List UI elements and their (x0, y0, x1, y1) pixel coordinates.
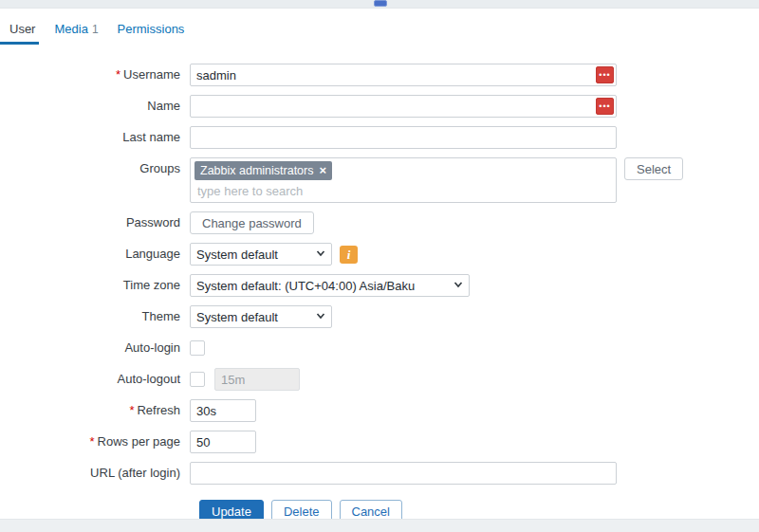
row-groups: Groups Zabbix administrators × type here… (0, 157, 759, 203)
chip-remove-icon[interactable]: × (320, 163, 327, 178)
row-username: *Username ••• (0, 64, 759, 86)
tab-media[interactable]: Media1 (45, 14, 107, 45)
username-input[interactable] (190, 64, 617, 86)
timezone-select[interactable]: System default: (UTC+04:00) Asia/Baku (190, 274, 470, 297)
language-select-wrap: System default (190, 243, 332, 266)
window-top-strip (0, 0, 759, 9)
group-chip-label: Zabbix administrators (200, 163, 314, 178)
row-name: Name ••• (0, 95, 759, 118)
theme-select[interactable]: System default (190, 305, 332, 328)
password-manager-icon[interactable]: ••• (596, 98, 614, 115)
password-label: Password (0, 211, 190, 234)
required-marker: * (129, 403, 134, 417)
row-language: Language System default i (0, 243, 759, 266)
row-url: URL (after login) (0, 462, 759, 485)
row-password: Password Change password (0, 211, 759, 234)
last-name-label: Last name (0, 126, 190, 149)
groups-search-placeholder[interactable]: type here to search (194, 180, 612, 199)
rows-per-page-input[interactable] (190, 431, 256, 453)
auto-logout-period-input (214, 368, 300, 391)
row-timezone: Time zone System default: (UTC+04:00) As… (0, 274, 759, 297)
group-chip: Zabbix administrators × (194, 161, 332, 180)
row-theme: Theme System default (0, 305, 759, 328)
row-rows-per-page: *Rows per page (0, 431, 759, 453)
url-input[interactable] (190, 462, 617, 485)
language-label: Language (0, 243, 190, 266)
tab-user-label: User (9, 22, 35, 36)
refresh-input[interactable] (190, 399, 256, 422)
tab-user[interactable]: User (0, 14, 45, 45)
language-select[interactable]: System default (190, 243, 332, 266)
password-manager-icon[interactable]: ••• (596, 66, 614, 83)
groups-label: Groups (0, 157, 190, 180)
change-password-button[interactable]: Change password (190, 211, 314, 234)
required-marker: * (116, 67, 120, 82)
tab-media-label: Media (54, 22, 87, 36)
auto-login-label: Auto-login (0, 337, 190, 359)
required-marker: * (89, 434, 94, 449)
timezone-select-wrap: System default: (UTC+04:00) Asia/Baku (190, 274, 470, 297)
tab-permissions[interactable]: Permissions (108, 14, 194, 45)
name-input[interactable] (190, 95, 617, 118)
tab-media-count: 1 (92, 23, 99, 36)
refresh-label: Refresh (137, 403, 180, 417)
info-icon[interactable]: i (340, 246, 358, 264)
user-form: *Username ••• Name ••• Last name Groups (0, 64, 759, 523)
auto-logout-checkbox[interactable] (190, 372, 205, 387)
groups-select-button[interactable]: Select (624, 157, 683, 180)
url-label: URL (after login) (0, 462, 190, 485)
username-label: Username (123, 67, 180, 82)
row-auto-logout: Auto-logout (0, 368, 759, 391)
rows-per-page-label: Rows per page (98, 434, 180, 449)
row-refresh: *Refresh (0, 399, 759, 422)
theme-select-wrap: System default (190, 305, 332, 328)
timezone-label: Time zone (0, 274, 190, 297)
auto-login-checkbox[interactable] (190, 340, 205, 356)
name-label: Name (0, 95, 190, 118)
last-name-input[interactable] (190, 126, 617, 149)
theme-label: Theme (0, 305, 190, 328)
groups-multiselect[interactable]: Zabbix administrators × type here to sea… (190, 157, 617, 203)
window-control-fragment (374, 0, 387, 7)
bottom-strip (0, 519, 759, 532)
tab-permissions-label: Permissions (118, 22, 185, 36)
tab-bar: User Media1 Permissions (0, 14, 759, 45)
row-last-name: Last name (0, 126, 759, 149)
auto-logout-label: Auto-logout (0, 368, 190, 391)
row-auto-login: Auto-login (0, 337, 759, 359)
